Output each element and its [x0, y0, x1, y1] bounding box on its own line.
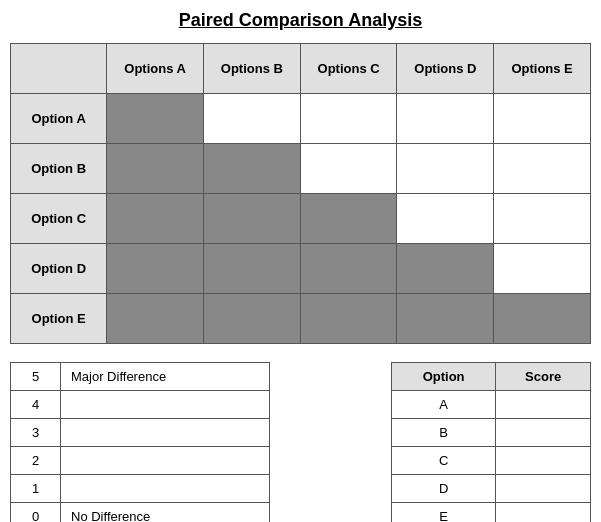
cell-3-2[interactable]: [300, 244, 397, 294]
cell-4-3[interactable]: [397, 294, 494, 344]
legend-label-1: [61, 391, 270, 419]
row-header-4: Option E: [11, 294, 107, 344]
score-table-header-option: Option: [392, 363, 496, 391]
score-value-1[interactable]: [496, 419, 591, 447]
comparison-table: Options A Options B Options C Options D …: [10, 43, 591, 344]
cell-3-0[interactable]: [107, 244, 204, 294]
legend-score-2: 3: [11, 419, 61, 447]
cell-4-1[interactable]: [204, 294, 301, 344]
legend-score-0: 5: [11, 363, 61, 391]
col-header-c: Options C: [300, 44, 397, 94]
cell-4-0[interactable]: [107, 294, 204, 344]
cell-0-3[interactable]: [397, 94, 494, 144]
cell-2-2[interactable]: [300, 194, 397, 244]
cell-3-4[interactable]: [494, 244, 591, 294]
cell-3-1[interactable]: [204, 244, 301, 294]
score-option-2: C: [392, 447, 496, 475]
legend-score-4: 1: [11, 475, 61, 503]
col-header-a: Options A: [107, 44, 204, 94]
cell-2-1[interactable]: [204, 194, 301, 244]
cell-2-0[interactable]: [107, 194, 204, 244]
col-header-d: Options D: [397, 44, 494, 94]
cell-0-0[interactable]: [107, 94, 204, 144]
row-header-2: Option C: [11, 194, 107, 244]
row-header-0: Option A: [11, 94, 107, 144]
legend-score-5: 0: [11, 503, 61, 523]
score-value-0[interactable]: [496, 391, 591, 419]
cell-2-4[interactable]: [494, 194, 591, 244]
score-value-4[interactable]: [496, 503, 591, 523]
cell-4-4[interactable]: [494, 294, 591, 344]
score-table: Option Score ABCDE: [391, 362, 591, 522]
row-header-1: Option B: [11, 144, 107, 194]
cell-1-2[interactable]: [300, 144, 397, 194]
score-option-3: D: [392, 475, 496, 503]
page-title: Paired Comparison Analysis: [10, 10, 591, 31]
col-header-empty: [11, 44, 107, 94]
cell-1-4[interactable]: [494, 144, 591, 194]
legend-label-0: Major Difference: [61, 363, 270, 391]
legend-label-3: [61, 447, 270, 475]
score-option-4: E: [392, 503, 496, 523]
legend-label-2: [61, 419, 270, 447]
col-header-e: Options E: [494, 44, 591, 94]
cell-1-1[interactable]: [204, 144, 301, 194]
score-option-1: B: [392, 419, 496, 447]
cell-3-3[interactable]: [397, 244, 494, 294]
cell-4-2[interactable]: [300, 294, 397, 344]
score-option-0: A: [392, 391, 496, 419]
score-value-3[interactable]: [496, 475, 591, 503]
cell-1-3[interactable]: [397, 144, 494, 194]
legend-score-1: 4: [11, 391, 61, 419]
cell-1-0[interactable]: [107, 144, 204, 194]
score-value-2[interactable]: [496, 447, 591, 475]
cell-2-3[interactable]: [397, 194, 494, 244]
legend-score-3: 2: [11, 447, 61, 475]
legend-label-4: [61, 475, 270, 503]
cell-0-1[interactable]: [204, 94, 301, 144]
cell-0-2[interactable]: [300, 94, 397, 144]
col-header-b: Options B: [204, 44, 301, 94]
legend-table: 5Major Difference43210No Difference: [10, 362, 270, 522]
legend-label-5: No Difference: [61, 503, 270, 523]
score-table-header-score: Score: [496, 363, 591, 391]
cell-0-4[interactable]: [494, 94, 591, 144]
row-header-3: Option D: [11, 244, 107, 294]
bottom-section: 5Major Difference43210No Difference Opti…: [10, 362, 591, 522]
